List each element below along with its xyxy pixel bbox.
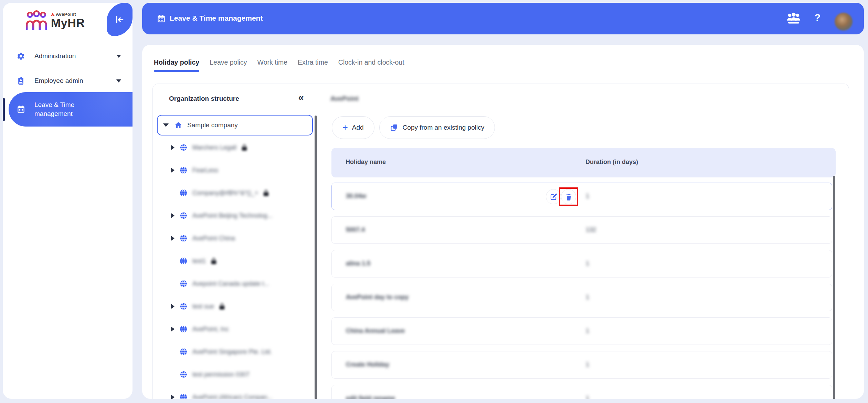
holiday-name-cell: 5007.4 — [346, 226, 365, 233]
tab-leave-policy[interactable]: Leave policy — [210, 58, 247, 72]
app-screen: AvePoint MyHR Administration Employee ad… — [0, 0, 868, 403]
globe-icon — [179, 211, 188, 220]
tree-item-label: Marchers Legall — [192, 144, 236, 151]
tree-item-label: Avepoint Canada update t... — [192, 280, 269, 287]
table-row[interactable]: AvePoint day to copy 1 — [331, 284, 832, 311]
tree-item[interactable]: AvePoint Singapore Pte. Ltd. — [153, 340, 311, 363]
lock-icon — [262, 189, 270, 197]
tree-item-label: AvePoint Singapore Pte. Ltd. — [192, 348, 272, 356]
table-row[interactable]: China Annual Leave 1 — [331, 317, 832, 345]
tree-item[interactable]: Marchers Legall — [153, 136, 311, 159]
tree-item-label: Company@#$%^&*()_+ — [192, 189, 258, 197]
caret-right-icon[interactable] — [171, 145, 174, 150]
sidebar-item-label: Administration — [34, 52, 76, 60]
tab-clock-in-out[interactable]: Clock-in and clock-out — [338, 58, 404, 72]
selected-company-title: AvePoint — [330, 95, 359, 102]
caret-right-icon[interactable] — [171, 394, 174, 399]
tab-bar: Holiday policy Leave policy Work time Ex… — [154, 58, 404, 72]
tab-extra-time[interactable]: Extra time — [298, 58, 328, 72]
holiday-table-body: 30.04w 1 — [331, 183, 832, 399]
holiday-policy-panel: Organization structure « Sample company … — [152, 84, 849, 399]
tree-item[interactable]: AvePoint Beijing Technolog... — [153, 204, 311, 227]
calendar-icon — [157, 14, 166, 23]
tab-holiday-policy[interactable]: Holiday policy — [154, 58, 199, 72]
column-duration: Duration (in days) — [585, 159, 638, 166]
table-header: Holiday name Duration (in days) — [331, 148, 836, 177]
tree-item[interactable]: FearLess — [153, 159, 311, 182]
holiday-name-cell: AvePoint day to copy — [346, 294, 409, 301]
delegation-users-icon[interactable] — [786, 12, 802, 25]
topbar: Leave & Time management ? — [142, 3, 864, 34]
caret-right-icon[interactable] — [171, 213, 174, 218]
tree-item[interactable]: Avepoint Canada update t... — [153, 272, 311, 295]
table-row[interactable]: edit field rename 1 — [331, 385, 832, 399]
holiday-name-cell: 30.04w — [346, 193, 366, 200]
lock-icon — [241, 144, 248, 151]
copy-from-existing-policy-button[interactable]: Copy from an existing policy — [379, 116, 495, 139]
brand-text: AvePoint MyHR — [51, 10, 85, 29]
tree-item-label: test sue — [192, 303, 214, 310]
table-row[interactable]: 5007.4 132 — [331, 216, 832, 244]
tree-item[interactable]: test1 — [153, 250, 311, 272]
tree-item-label: AvePoint (African) Compan... — [192, 394, 273, 399]
help-icon[interactable]: ? — [814, 12, 821, 23]
tree-item[interactable]: test sue — [153, 295, 311, 318]
main-card: Holiday policy Leave policy Work time Ex… — [142, 45, 864, 399]
tree-item[interactable]: test permission 0307 — [153, 363, 311, 386]
tree-root-sample-company[interactable]: Sample company — [157, 115, 313, 135]
calendar-icon — [17, 105, 25, 114]
tree-item-label: FearLess — [192, 167, 218, 174]
duration-cell: 1 — [586, 294, 589, 301]
column-holiday-name: Holiday name — [346, 159, 386, 166]
globe-icon — [179, 393, 188, 399]
sidebar-item-employee-admin[interactable]: Employee admin — [3, 73, 133, 89]
caret-right-icon[interactable] — [171, 326, 174, 332]
panel-collapse-icon[interactable]: « — [298, 91, 304, 103]
globe-icon — [179, 348, 188, 356]
sidebar-collapse-button[interactable] — [107, 3, 133, 36]
add-button-label: Add — [352, 124, 364, 131]
duration-cell: 1 — [586, 260, 589, 267]
home-icon — [174, 121, 182, 129]
add-button[interactable]: + Add — [332, 116, 374, 139]
globe-icon — [179, 234, 188, 242]
table-scrollbar[interactable] — [833, 176, 835, 399]
table-row[interactable]: 30.04w 1 — [331, 183, 832, 210]
holiday-content: AvePoint + Add Copy from an existing pol… — [318, 84, 849, 399]
caret-down-icon[interactable] — [163, 123, 169, 127]
tree-item[interactable]: Company@#$%^&*()_+ — [153, 182, 311, 204]
annotation-highlight-box — [559, 187, 578, 206]
copy-icon — [390, 123, 398, 132]
caret-right-icon[interactable] — [171, 167, 174, 173]
table-row[interactable]: Create Holiday 1 — [331, 351, 832, 379]
duration-cell: 1 — [586, 327, 589, 335]
badge-icon — [17, 77, 25, 85]
myhr-people-logo-icon — [25, 10, 48, 30]
org-tree-scrollbar[interactable] — [315, 116, 317, 399]
app-logo: AvePoint MyHR — [25, 10, 85, 30]
globe-icon — [179, 257, 188, 265]
toolbar: + Add Copy from an existing policy — [332, 116, 495, 139]
tree-item[interactable]: AvePoint, Inc — [153, 318, 311, 340]
caret-right-icon[interactable] — [171, 304, 174, 309]
chevron-down-icon — [116, 79, 121, 83]
tab-work-time[interactable]: Work time — [257, 58, 287, 72]
user-avatar[interactable] — [835, 13, 853, 31]
holiday-name-cell: China Annual Leave — [346, 327, 405, 335]
plus-icon: + — [342, 123, 348, 132]
holiday-name-cell: edit field rename — [346, 395, 395, 399]
caret-right-icon[interactable] — [171, 236, 174, 241]
sidebar: AvePoint MyHR Administration Employee ad… — [3, 3, 133, 399]
table-row[interactable]: alina 1.5 1 — [331, 250, 832, 277]
holiday-name-cell: alina 1.5 — [346, 260, 370, 267]
tree-item-label: AvePoint Beijing Technolog... — [192, 212, 273, 219]
globe-icon — [179, 143, 188, 152]
tree-item[interactable]: AvePoint (African) Compan... — [153, 386, 311, 399]
sidebar-item-leave-time-management[interactable]: Leave & Time management — [9, 92, 133, 127]
tree-item-label: test1 — [192, 258, 206, 265]
tree-item[interactable]: AvePoint China — [153, 227, 311, 250]
org-tree: Marchers Legall FearLess Company@#$%^&*(… — [153, 136, 311, 399]
chevron-down-icon — [116, 55, 121, 58]
sidebar-item-administration[interactable]: Administration — [3, 48, 133, 64]
tree-item-label: AvePoint China — [192, 235, 235, 242]
